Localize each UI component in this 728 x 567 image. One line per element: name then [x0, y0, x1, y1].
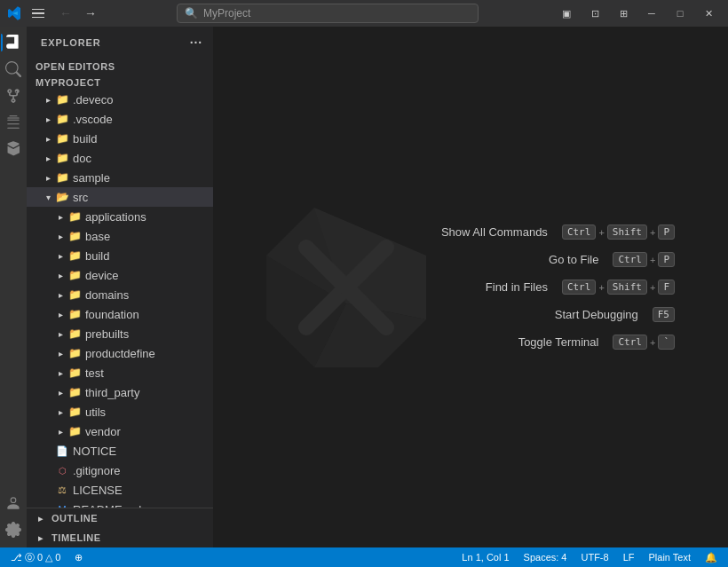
- shortcut-label-find-in-files: Find in Files: [426, 280, 548, 294]
- tree-item-build-root[interactable]: 📁 build: [27, 129, 213, 148]
- folder-icon-test: 📁: [67, 366, 82, 380]
- tree-item-test[interactable]: 📁 test: [27, 363, 213, 382]
- shortcut-start-debugging: Start Debugging F5: [426, 307, 675, 322]
- outline-panel-toggle[interactable]: Outline: [27, 508, 213, 528]
- chevron-utils: [53, 405, 67, 419]
- key-f5: F5: [653, 307, 675, 322]
- maximize-button[interactable]: □: [668, 4, 692, 23]
- tree-item-build-src[interactable]: 📁 build: [27, 246, 213, 265]
- layout-toggle-1[interactable]: ▣: [554, 4, 579, 23]
- layout-toggle-3[interactable]: ⊞: [611, 4, 636, 23]
- status-position[interactable]: Ln 1, Col 1: [458, 547, 512, 567]
- tree-item-applications[interactable]: 📁 applications: [27, 207, 213, 226]
- chevron-device: [53, 268, 67, 282]
- activity-source-control[interactable]: [1, 83, 26, 108]
- plus-1: +: [598, 227, 604, 238]
- tree-item-notice[interactable]: 📄 NOTICE: [27, 441, 213, 461]
- status-language[interactable]: Plain Text: [645, 547, 695, 567]
- chevron-doc: [41, 151, 55, 165]
- tree-item-gitignore[interactable]: ⬡ .gitignore: [27, 461, 213, 480]
- more-actions-button[interactable]: ···: [190, 35, 202, 50]
- status-eol[interactable]: LF: [620, 547, 638, 567]
- nav-forward-button[interactable]: →: [80, 4, 101, 23]
- tree-item-vscode[interactable]: 📁 .vscode: [27, 109, 213, 129]
- shortcut-keys-start-debugging: F5: [653, 307, 675, 322]
- tree-item-utils[interactable]: 📁 utils: [27, 402, 213, 421]
- file-icon-notice: 📄: [55, 444, 69, 458]
- label-applications: applications: [85, 210, 146, 224]
- label-productdefine: productdefine: [85, 347, 155, 360]
- tree-item-sample[interactable]: 📁 sample: [27, 168, 213, 187]
- nav-back-button[interactable]: ←: [55, 4, 76, 23]
- sidebar: Explorer ··· Open Editors MyProject 📁 .d…: [27, 27, 213, 547]
- key-p: P: [658, 224, 675, 240]
- open-editors-label[interactable]: Open Editors: [27, 58, 213, 74]
- activity-extensions[interactable]: [1, 137, 26, 161]
- status-spaces[interactable]: Spaces: 4: [520, 547, 571, 567]
- hamburger-menu-icon[interactable]: [28, 5, 48, 22]
- shortcut-label-toggle-terminal: Toggle Terminal: [426, 335, 598, 349]
- status-source-control[interactable]: ⎇ ⓪ 0 △ 0: [7, 547, 64, 567]
- plus-6: +: [650, 337, 655, 348]
- shortcut-go-to-file: Go to File Ctrl + P: [426, 252, 675, 267]
- activity-explorer[interactable]: [1, 30, 26, 55]
- tree-item-readme[interactable]: M README.md: [27, 500, 213, 508]
- tree-item-license[interactable]: ⚖ LICENSE: [27, 480, 213, 500]
- activity-bottom: [1, 491, 26, 547]
- position-text: Ln 1, Col 1: [462, 552, 509, 563]
- status-bar-left: ⎇ ⓪ 0 △ 0 ⊕: [7, 547, 86, 567]
- chevron-foundation: [53, 307, 67, 321]
- label-src: src: [73, 191, 88, 204]
- shortcut-label-show-all: Show All Commands: [426, 225, 548, 239]
- tree-item-deveco[interactable]: 📁 .deveco: [27, 90, 213, 109]
- folder-icon-domains: 📁: [67, 287, 82, 302]
- timeline-panel-toggle[interactable]: Timeline: [27, 528, 213, 547]
- tree-item-vendor[interactable]: 📁 vendor: [27, 421, 213, 441]
- label-notice: NOTICE: [73, 445, 116, 458]
- shortcuts-list: Show All Commands Ctrl + Shift + P Go to…: [426, 224, 675, 350]
- label-vscode: .vscode: [73, 113, 113, 126]
- label-license: LICENSE: [73, 484, 123, 497]
- tree-item-src[interactable]: 📂 src: [27, 187, 213, 207]
- shortcut-label-go-to-file: Go to File: [426, 253, 598, 266]
- tree-item-domains[interactable]: 📁 domains: [27, 285, 213, 304]
- tree-item-base[interactable]: 📁 base: [27, 226, 213, 246]
- folder-icon-src: 📂: [55, 190, 69, 204]
- activity-accounts[interactable]: [1, 491, 26, 516]
- activity-run[interactable]: [1, 110, 26, 135]
- status-add[interactable]: ⊕: [71, 547, 86, 567]
- status-notifications[interactable]: 🔔: [701, 547, 721, 567]
- file-icon-gitignore: ⬡: [55, 463, 69, 477]
- folder-icon-vscode: 📁: [55, 112, 69, 126]
- activity-settings[interactable]: [1, 517, 26, 542]
- label-vendor: vendor: [85, 425, 121, 438]
- file-tree: 📁 .deveco 📁 .vscode 📁 build 📁 doc: [27, 90, 213, 508]
- tree-item-third-party[interactable]: 📁 third_party: [27, 382, 213, 402]
- chevron-timeline: [34, 531, 48, 545]
- tree-item-productdefine[interactable]: 📁 productdefine: [27, 343, 213, 363]
- shortcut-keys-find-in-files: Ctrl + Shift + F: [562, 280, 675, 295]
- folder-icon-utils: 📁: [67, 405, 82, 419]
- spaces-text: Spaces: 4: [524, 552, 567, 563]
- outline-label: Outline: [51, 513, 98, 524]
- timeline-label: Timeline: [51, 532, 101, 543]
- myproject-label[interactable]: MyProject: [27, 74, 213, 90]
- tree-item-foundation[interactable]: 📁 foundation: [27, 304, 213, 324]
- sidebar-header: Explorer ···: [27, 27, 213, 58]
- activity-search[interactable]: [1, 57, 26, 82]
- layout-toggle-2[interactable]: ⊡: [582, 4, 607, 23]
- git-branch-icon: ⎇: [11, 552, 22, 563]
- key-shift: Shift: [607, 224, 647, 240]
- label-build-root: build: [73, 132, 97, 146]
- minimize-button[interactable]: ─: [639, 4, 664, 23]
- status-encoding[interactable]: UTF-8: [577, 547, 612, 567]
- label-foundation: foundation: [85, 308, 139, 321]
- close-button[interactable]: ✕: [696, 4, 721, 23]
- tree-item-prebuilts[interactable]: 📁 prebuilts: [27, 324, 213, 343]
- title-search-bar[interactable]: 🔍 MyProject: [177, 4, 479, 23]
- explorer-label: Explorer: [41, 37, 101, 48]
- plus-2: +: [650, 227, 655, 238]
- shortcut-toggle-terminal: Toggle Terminal Ctrl + `: [426, 335, 675, 350]
- tree-item-device[interactable]: 📁 device: [27, 265, 213, 285]
- tree-item-doc[interactable]: 📁 doc: [27, 148, 213, 168]
